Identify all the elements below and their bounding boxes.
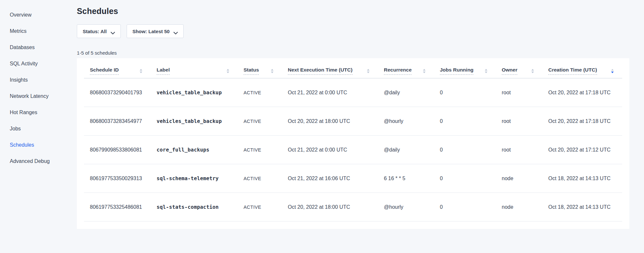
sidebar: Overview Metrics Databases SQL Activity …	[0, 0, 77, 253]
page-title: Schedules	[77, 7, 629, 16]
cell-label: vehicles_table_backup	[151, 78, 238, 107]
cell-jobs-running: 0	[434, 136, 496, 164]
chevron-down-icon	[111, 30, 115, 33]
cell-jobs-running: 0	[434, 193, 496, 221]
sidebar-item-schedules[interactable]: Schedules	[0, 137, 77, 153]
column-header-schedule-id[interactable]: Schedule ID	[84, 58, 151, 78]
cell-recurrence: 6 16 * * 5	[378, 164, 434, 193]
cell-schedule-id: 806800373290401793	[84, 78, 151, 107]
cell-label: sql-schema-telemetry	[151, 164, 238, 193]
sidebar-item-insights[interactable]: Insights	[0, 72, 77, 88]
sort-arrows-icon[interactable]	[485, 69, 487, 73]
sidebar-item-hot-ranges[interactable]: Hot Ranges	[0, 104, 77, 121]
cell-jobs-running: 0	[434, 78, 496, 107]
cell-owner: node	[496, 193, 542, 221]
app-root: Overview Metrics Databases SQL Activity …	[0, 0, 644, 253]
sort-arrows-icon[interactable]	[367, 69, 370, 73]
column-label: Jobs Running	[440, 67, 473, 75]
cell-status: ACTIVE	[238, 136, 282, 164]
cell-next-execution: Oct 21, 2022 at 0:00 UTC	[282, 78, 378, 107]
sidebar-item-network-latency[interactable]: Network Latency	[0, 88, 77, 104]
cell-recurrence: @daily	[378, 78, 434, 107]
schedules-table: Schedule ID Label Stat	[84, 58, 622, 221]
cell-recurrence: @hourly	[378, 107, 434, 136]
cell-status: ACTIVE	[238, 107, 282, 136]
column-label: Label	[157, 67, 170, 75]
table-row[interactable]: 806197753325486081 sql-stats-compaction …	[84, 193, 622, 221]
cell-schedule-id: 806197753350029313	[84, 164, 151, 193]
sort-arrows-icon[interactable]	[227, 69, 229, 73]
cell-owner: root	[496, 136, 542, 164]
table-row[interactable]: 806799098533806081 core_full_backups ACT…	[84, 136, 622, 164]
cell-label: sql-stats-compaction	[151, 193, 238, 221]
show-filter-dropdown[interactable]: Show: Latest 50	[127, 24, 184, 38]
cell-creation-time: Oct 20, 2022 at 17:12 UTC	[542, 136, 622, 164]
sort-arrows-icon[interactable]	[140, 69, 142, 73]
column-header-recurrence[interactable]: Recurrence	[378, 58, 434, 78]
column-header-next-execution-time[interactable]: Next Execution Time (UTC)	[282, 58, 378, 78]
cell-next-execution: Oct 21, 2022 at 0:00 UTC	[282, 136, 378, 164]
show-filter-label: Show: Latest 50	[133, 29, 170, 34]
cell-status: ACTIVE	[238, 193, 282, 221]
cell-next-execution: Oct 20, 2022 at 18:00 UTC	[282, 107, 378, 136]
column-header-label[interactable]: Label	[151, 58, 238, 78]
cell-owner: root	[496, 107, 542, 136]
sidebar-item-jobs[interactable]: Jobs	[0, 121, 77, 137]
cell-schedule-id: 806799098533806081	[84, 136, 151, 164]
cell-schedule-id: 806197753325486081	[84, 193, 151, 221]
chevron-down-icon	[174, 30, 178, 33]
sort-arrows-icon[interactable]	[423, 69, 426, 73]
sidebar-item-metrics[interactable]: Metrics	[0, 23, 77, 39]
cell-status: ACTIVE	[238, 164, 282, 193]
cell-recurrence: @daily	[378, 136, 434, 164]
cell-label: core_full_backups	[151, 136, 238, 164]
table-header-row: Schedule ID Label Stat	[84, 58, 622, 78]
sort-arrows-icon[interactable]	[271, 69, 273, 73]
column-label: Next Execution Time (UTC)	[288, 67, 353, 75]
column-label: Schedule ID	[90, 67, 119, 75]
sort-arrows-icon[interactable]	[531, 69, 534, 73]
column-header-jobs-running[interactable]: Jobs Running	[434, 58, 496, 78]
sidebar-item-advanced-debug[interactable]: Advanced Debug	[0, 153, 77, 169]
main-content: Schedules Status: All Show: Latest 50 1-…	[77, 0, 644, 253]
cell-creation-time: Oct 18, 2022 at 14:13 UTC	[542, 193, 622, 221]
schedules-table-card: Schedule ID Label Stat	[77, 58, 629, 229]
cell-jobs-running: 0	[434, 164, 496, 193]
column-header-owner[interactable]: Owner	[496, 58, 542, 78]
cell-jobs-running: 0	[434, 107, 496, 136]
column-header-creation-time[interactable]: Creation Time (UTC)	[542, 58, 622, 78]
column-label: Recurrence	[384, 67, 412, 75]
column-label: Creation Time (UTC)	[548, 67, 597, 75]
sidebar-item-overview[interactable]: Overview	[0, 7, 77, 23]
cell-schedule-id: 806800373283454977	[84, 107, 151, 136]
cell-owner: node	[496, 164, 542, 193]
column-label: Owner	[502, 67, 517, 75]
cell-status: ACTIVE	[238, 78, 282, 107]
column-label: Status	[244, 67, 259, 75]
filter-bar: Status: All Show: Latest 50	[77, 24, 629, 38]
cell-recurrence: @hourly	[378, 193, 434, 221]
cell-creation-time: Oct 18, 2022 at 14:13 UTC	[542, 164, 622, 193]
cell-creation-time: Oct 20, 2022 at 17:18 UTC	[542, 107, 622, 136]
sidebar-item-databases[interactable]: Databases	[0, 39, 77, 56]
status-filter-label: Status: All	[83, 29, 107, 34]
column-header-status[interactable]: Status	[238, 58, 282, 78]
table-row[interactable]: 806800373283454977 vehicles_table_backup…	[84, 107, 622, 136]
status-filter-dropdown[interactable]: Status: All	[77, 24, 121, 38]
results-summary: 1-5 of 5 schedules	[77, 50, 629, 56]
cell-label: vehicles_table_backup	[151, 107, 238, 136]
cell-next-execution: Oct 21, 2022 at 16:06 UTC	[282, 164, 378, 193]
cell-owner: root	[496, 78, 542, 107]
cell-creation-time: Oct 20, 2022 at 17:18 UTC	[542, 78, 622, 107]
table-row[interactable]: 806197753350029313 sql-schema-telemetry …	[84, 164, 622, 193]
sort-arrows-icon-desc-active[interactable]	[611, 69, 614, 73]
table-row[interactable]: 806800373290401793 vehicles_table_backup…	[84, 78, 622, 107]
sidebar-item-sql-activity[interactable]: SQL Activity	[0, 56, 77, 72]
cell-next-execution: Oct 20, 2022 at 18:00 UTC	[282, 193, 378, 221]
